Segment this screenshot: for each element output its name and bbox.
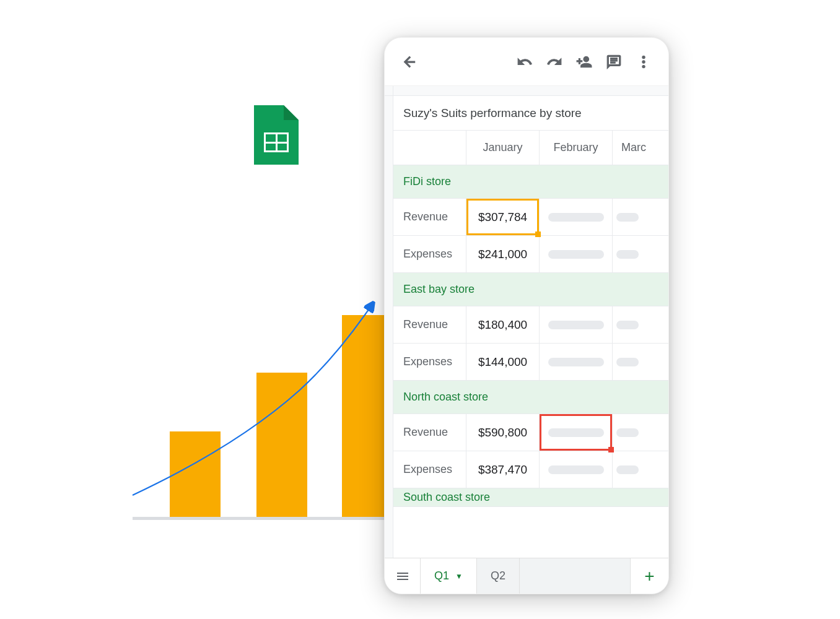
row-label-cell[interactable]: Expenses <box>393 451 466 488</box>
placeholder-icon <box>616 358 639 366</box>
row-label-cell[interactable]: Expenses <box>393 236 466 272</box>
svg-rect-1 <box>611 59 618 61</box>
data-cell[interactable]: $144,000 <box>466 344 540 380</box>
svg-point-4 <box>642 60 645 63</box>
data-cell[interactable]: $241,000 <box>466 236 540 272</box>
select-all-corner[interactable] <box>385 86 393 96</box>
svg-rect-0 <box>611 58 618 59</box>
data-cell[interactable] <box>540 344 613 380</box>
data-cell[interactable] <box>613 306 668 343</box>
undo-button[interactable] <box>512 50 537 74</box>
placeholder-icon <box>548 428 604 437</box>
row-label-cell[interactable]: Expenses <box>393 344 466 380</box>
data-cell[interactable] <box>613 414 668 451</box>
sheet-title: Suzy's Suits performance by store <box>403 106 582 120</box>
add-sheet-button[interactable]: + <box>630 558 668 594</box>
store-header-row[interactable]: South coast store <box>393 488 668 507</box>
phone-mockup: Suzy's Suits performance by store Januar… <box>384 37 669 594</box>
data-cell[interactable]: $180,400 <box>466 306 540 343</box>
placeholder-icon <box>548 465 604 474</box>
sheet-tab-q1[interactable]: Q1 ▼ <box>421 558 477 594</box>
toolbar <box>385 38 668 86</box>
placeholder-icon <box>616 321 639 329</box>
sheet-tab-q2[interactable]: Q2 <box>477 558 520 594</box>
row-label-cell[interactable]: Revenue <box>393 306 466 343</box>
data-cell[interactable] <box>613 199 668 235</box>
data-row: Revenue $307,784 <box>393 199 668 236</box>
svg-rect-2 <box>611 62 616 63</box>
placeholder-icon <box>548 250 604 259</box>
sheet-tabs: Q1 ▼ Q2 + <box>385 558 668 594</box>
share-person-button[interactable] <box>572 50 597 74</box>
data-cell[interactable] <box>540 306 613 343</box>
svg-point-3 <box>642 56 645 58</box>
column-headers-stub[interactable] <box>393 86 668 96</box>
data-row: Expenses $387,470 <box>393 451 668 488</box>
data-cell[interactable]: $387,470 <box>466 451 540 488</box>
svg-point-5 <box>642 65 645 67</box>
placeholder-icon <box>548 321 604 329</box>
data-row: Expenses $144,000 <box>393 344 668 381</box>
row-headers-stub[interactable] <box>385 96 393 558</box>
column-header-row: January February Marc <box>393 131 668 165</box>
column-header[interactable]: January <box>466 131 540 165</box>
data-row: Revenue $180,400 <box>393 306 668 344</box>
back-button[interactable] <box>397 50 422 74</box>
placeholder-icon <box>616 213 639 222</box>
more-button[interactable] <box>631 50 656 74</box>
placeholder-icon <box>616 465 639 474</box>
sheet-title-row[interactable]: Suzy's Suits performance by store <box>393 96 668 131</box>
data-cell[interactable]: $590,800 <box>466 414 540 451</box>
data-cell[interactable] <box>613 451 668 488</box>
row-label-cell[interactable]: Revenue <box>393 199 466 235</box>
data-cell[interactable] <box>540 451 613 488</box>
row-label-cell[interactable]: Revenue <box>393 414 466 451</box>
google-sheets-icon <box>254 105 299 165</box>
data-cell[interactable] <box>540 236 613 272</box>
placeholder-icon <box>548 358 604 366</box>
data-cell[interactable]: $307,784 <box>466 199 540 235</box>
store-header-row[interactable]: East bay store <box>393 273 668 306</box>
trend-arrow-icon <box>126 285 399 520</box>
chevron-down-icon: ▼ <box>455 572 463 581</box>
placeholder-icon <box>548 213 604 222</box>
all-sheets-button[interactable] <box>385 558 421 594</box>
comment-button[interactable] <box>602 50 626 74</box>
bar-chart <box>133 285 393 520</box>
data-cell[interactable] <box>540 199 613 235</box>
data-cell[interactable] <box>540 414 613 451</box>
data-row: Expenses $241,000 <box>393 236 668 273</box>
data-row: Revenue $590,800 <box>393 414 668 451</box>
store-header-row[interactable]: FiDi store <box>393 165 668 199</box>
column-header[interactable]: Marc <box>613 131 668 165</box>
redo-button[interactable] <box>542 50 567 74</box>
data-cell[interactable] <box>613 236 668 272</box>
store-header-row[interactable]: North coast store <box>393 381 668 414</box>
spreadsheet[interactable]: Suzy's Suits performance by store Januar… <box>385 86 668 558</box>
placeholder-icon <box>616 250 639 259</box>
placeholder-icon <box>616 428 639 437</box>
column-header[interactable]: February <box>540 131 613 165</box>
data-cell[interactable] <box>613 344 668 380</box>
